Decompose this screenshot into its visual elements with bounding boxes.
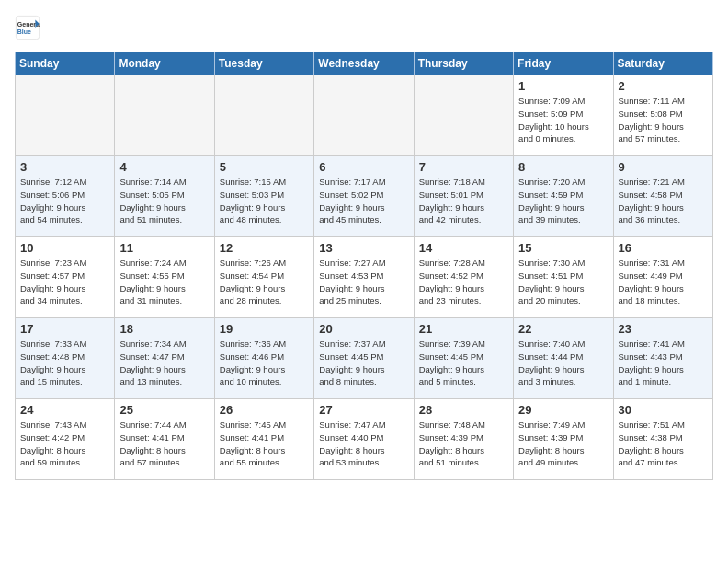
calendar-cell: 18Sunrise: 7:34 AM Sunset: 4:47 PM Dayli… bbox=[115, 318, 214, 399]
day-number: 12 bbox=[220, 241, 309, 255]
day-info: Sunrise: 7:45 AM Sunset: 4:41 PM Dayligh… bbox=[220, 419, 309, 469]
page-header: General Blue bbox=[15, 15, 713, 40]
day-info: Sunrise: 7:09 AM Sunset: 5:09 PM Dayligh… bbox=[518, 95, 608, 145]
day-number: 8 bbox=[518, 160, 608, 174]
calendar-cell: 25Sunrise: 7:44 AM Sunset: 4:41 PM Dayli… bbox=[115, 399, 214, 480]
calendar-cell: 20Sunrise: 7:37 AM Sunset: 4:45 PM Dayli… bbox=[314, 318, 414, 399]
day-number: 6 bbox=[319, 160, 408, 174]
calendar-cell: 24Sunrise: 7:43 AM Sunset: 4:42 PM Dayli… bbox=[16, 399, 115, 480]
calendar-header-row: SundayMondayTuesdayWednesdayThursdayFrid… bbox=[16, 52, 713, 75]
calendar-cell: 7Sunrise: 7:18 AM Sunset: 5:01 PM Daylig… bbox=[414, 156, 513, 237]
col-header-friday: Friday bbox=[514, 52, 613, 75]
day-number: 25 bbox=[119, 403, 209, 417]
day-number: 3 bbox=[20, 160, 109, 174]
day-info: Sunrise: 7:33 AM Sunset: 4:48 PM Dayligh… bbox=[20, 338, 109, 388]
day-number: 24 bbox=[20, 403, 109, 417]
day-info: Sunrise: 7:51 AM Sunset: 4:38 PM Dayligh… bbox=[619, 419, 708, 469]
col-header-thursday: Thursday bbox=[414, 52, 513, 75]
calendar-cell: 22Sunrise: 7:40 AM Sunset: 4:44 PM Dayli… bbox=[514, 318, 613, 399]
calendar-cell: 16Sunrise: 7:31 AM Sunset: 4:49 PM Dayli… bbox=[613, 237, 712, 318]
day-info: Sunrise: 7:15 AM Sunset: 5:03 PM Dayligh… bbox=[220, 176, 309, 226]
day-info: Sunrise: 7:36 AM Sunset: 4:46 PM Dayligh… bbox=[220, 338, 309, 388]
day-info: Sunrise: 7:24 AM Sunset: 4:55 PM Dayligh… bbox=[119, 257, 209, 307]
calendar-week-row: 10Sunrise: 7:23 AM Sunset: 4:57 PM Dayli… bbox=[16, 237, 713, 318]
day-info: Sunrise: 7:21 AM Sunset: 4:58 PM Dayligh… bbox=[619, 176, 708, 226]
day-number: 16 bbox=[619, 241, 708, 255]
calendar-cell: 5Sunrise: 7:15 AM Sunset: 5:03 PM Daylig… bbox=[214, 156, 313, 237]
calendar-week-row: 1Sunrise: 7:09 AM Sunset: 5:09 PM Daylig… bbox=[16, 75, 713, 156]
day-number: 17 bbox=[20, 322, 109, 336]
calendar-cell: 21Sunrise: 7:39 AM Sunset: 4:45 PM Dayli… bbox=[414, 318, 513, 399]
day-number: 29 bbox=[518, 403, 608, 417]
day-number: 4 bbox=[119, 160, 209, 174]
calendar-cell bbox=[115, 75, 214, 156]
day-number: 22 bbox=[518, 322, 608, 336]
col-header-tuesday: Tuesday bbox=[214, 52, 313, 75]
calendar-cell: 26Sunrise: 7:45 AM Sunset: 4:41 PM Dayli… bbox=[214, 399, 313, 480]
day-number: 19 bbox=[220, 322, 309, 336]
day-number: 7 bbox=[419, 160, 508, 174]
calendar-table: SundayMondayTuesdayWednesdayThursdayFrid… bbox=[15, 52, 713, 480]
col-header-wednesday: Wednesday bbox=[314, 52, 414, 75]
day-number: 23 bbox=[619, 322, 708, 336]
day-info: Sunrise: 7:11 AM Sunset: 5:08 PM Dayligh… bbox=[619, 95, 708, 145]
calendar-cell: 15Sunrise: 7:30 AM Sunset: 4:51 PM Dayli… bbox=[514, 237, 613, 318]
day-number: 2 bbox=[619, 79, 708, 93]
col-header-monday: Monday bbox=[115, 52, 214, 75]
day-info: Sunrise: 7:31 AM Sunset: 4:49 PM Dayligh… bbox=[619, 257, 708, 307]
day-info: Sunrise: 7:39 AM Sunset: 4:45 PM Dayligh… bbox=[419, 338, 508, 388]
day-number: 13 bbox=[319, 241, 408, 255]
calendar-cell: 27Sunrise: 7:47 AM Sunset: 4:40 PM Dayli… bbox=[314, 399, 414, 480]
day-info: Sunrise: 7:48 AM Sunset: 4:39 PM Dayligh… bbox=[419, 419, 508, 469]
day-info: Sunrise: 7:49 AM Sunset: 4:39 PM Dayligh… bbox=[518, 419, 608, 469]
calendar-week-row: 17Sunrise: 7:33 AM Sunset: 4:48 PM Dayli… bbox=[16, 318, 713, 399]
day-number: 28 bbox=[419, 403, 508, 417]
day-info: Sunrise: 7:43 AM Sunset: 4:42 PM Dayligh… bbox=[20, 419, 109, 469]
calendar-cell: 19Sunrise: 7:36 AM Sunset: 4:46 PM Dayli… bbox=[214, 318, 313, 399]
calendar-cell: 10Sunrise: 7:23 AM Sunset: 4:57 PM Dayli… bbox=[16, 237, 115, 318]
col-header-sunday: Sunday bbox=[16, 52, 115, 75]
day-number: 18 bbox=[119, 322, 209, 336]
calendar-cell bbox=[16, 75, 115, 156]
calendar-cell: 12Sunrise: 7:26 AM Sunset: 4:54 PM Dayli… bbox=[214, 237, 313, 318]
day-info: Sunrise: 7:23 AM Sunset: 4:57 PM Dayligh… bbox=[20, 257, 109, 307]
calendar-cell: 11Sunrise: 7:24 AM Sunset: 4:55 PM Dayli… bbox=[115, 237, 214, 318]
day-info: Sunrise: 7:17 AM Sunset: 5:02 PM Dayligh… bbox=[319, 176, 408, 226]
day-number: 5 bbox=[220, 160, 309, 174]
calendar-cell: 28Sunrise: 7:48 AM Sunset: 4:39 PM Dayli… bbox=[414, 399, 513, 480]
svg-rect-0 bbox=[16, 16, 39, 39]
calendar-cell bbox=[414, 75, 513, 156]
svg-text:Blue: Blue bbox=[17, 29, 31, 35]
calendar-cell: 3Sunrise: 7:12 AM Sunset: 5:06 PM Daylig… bbox=[16, 156, 115, 237]
calendar-week-row: 3Sunrise: 7:12 AM Sunset: 5:06 PM Daylig… bbox=[16, 156, 713, 237]
calendar-cell: 8Sunrise: 7:20 AM Sunset: 4:59 PM Daylig… bbox=[514, 156, 613, 237]
day-number: 9 bbox=[619, 160, 708, 174]
day-info: Sunrise: 7:28 AM Sunset: 4:52 PM Dayligh… bbox=[419, 257, 508, 307]
calendar-cell bbox=[314, 75, 414, 156]
day-info: Sunrise: 7:40 AM Sunset: 4:44 PM Dayligh… bbox=[518, 338, 608, 388]
logo-icon: General Blue bbox=[15, 15, 40, 40]
calendar-cell: 2Sunrise: 7:11 AM Sunset: 5:08 PM Daylig… bbox=[613, 75, 712, 156]
day-info: Sunrise: 7:44 AM Sunset: 4:41 PM Dayligh… bbox=[119, 419, 209, 469]
day-info: Sunrise: 7:12 AM Sunset: 5:06 PM Dayligh… bbox=[20, 176, 109, 226]
day-info: Sunrise: 7:14 AM Sunset: 5:05 PM Dayligh… bbox=[119, 176, 209, 226]
day-info: Sunrise: 7:26 AM Sunset: 4:54 PM Dayligh… bbox=[220, 257, 309, 307]
calendar-cell bbox=[214, 75, 313, 156]
day-info: Sunrise: 7:20 AM Sunset: 4:59 PM Dayligh… bbox=[518, 176, 608, 226]
day-number: 15 bbox=[518, 241, 608, 255]
col-header-saturday: Saturday bbox=[613, 52, 712, 75]
calendar-cell: 6Sunrise: 7:17 AM Sunset: 5:02 PM Daylig… bbox=[314, 156, 414, 237]
logo: General Blue bbox=[15, 15, 44, 40]
calendar-cell: 13Sunrise: 7:27 AM Sunset: 4:53 PM Dayli… bbox=[314, 237, 414, 318]
day-info: Sunrise: 7:30 AM Sunset: 4:51 PM Dayligh… bbox=[518, 257, 608, 307]
day-info: Sunrise: 7:47 AM Sunset: 4:40 PM Dayligh… bbox=[319, 419, 408, 469]
calendar-cell: 1Sunrise: 7:09 AM Sunset: 5:09 PM Daylig… bbox=[514, 75, 613, 156]
day-info: Sunrise: 7:41 AM Sunset: 4:43 PM Dayligh… bbox=[619, 338, 708, 388]
calendar-cell: 30Sunrise: 7:51 AM Sunset: 4:38 PM Dayli… bbox=[613, 399, 712, 480]
calendar-cell: 29Sunrise: 7:49 AM Sunset: 4:39 PM Dayli… bbox=[514, 399, 613, 480]
calendar-cell: 17Sunrise: 7:33 AM Sunset: 4:48 PM Dayli… bbox=[16, 318, 115, 399]
calendar-cell: 14Sunrise: 7:28 AM Sunset: 4:52 PM Dayli… bbox=[414, 237, 513, 318]
day-number: 10 bbox=[20, 241, 109, 255]
calendar-week-row: 24Sunrise: 7:43 AM Sunset: 4:42 PM Dayli… bbox=[16, 399, 713, 480]
calendar-cell: 9Sunrise: 7:21 AM Sunset: 4:58 PM Daylig… bbox=[613, 156, 712, 237]
